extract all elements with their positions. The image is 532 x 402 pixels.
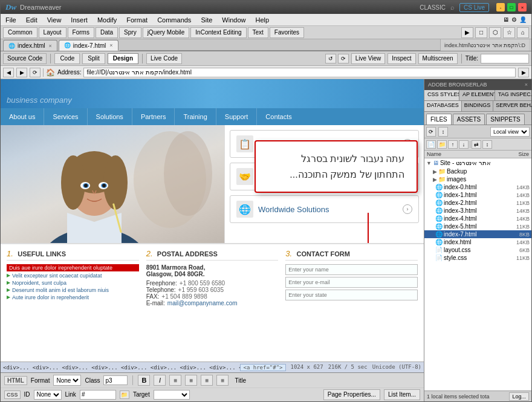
ap-element-tab[interactable]: AP ELEMENT (459, 90, 495, 100)
contact-email[interactable] (285, 277, 418, 288)
site-connect[interactable]: ↕ (438, 127, 448, 137)
assets-tab[interactable]: ASSETS (453, 114, 485, 125)
css-styles-tab[interactable]: CSS STYLES (424, 90, 459, 100)
live-code-btn[interactable]: Live Code (146, 53, 182, 64)
menu-view[interactable]: View (42, 15, 66, 25)
tb-icon-1[interactable]: ↺ (325, 54, 336, 63)
inspect-btn[interactable]: Inspect (388, 53, 415, 64)
tree-images[interactable]: ▶ 📁 images (424, 175, 531, 183)
format-select[interactable]: None (53, 375, 81, 386)
italic-btn[interactable]: I (154, 375, 166, 386)
align-center-btn[interactable]: ≡ (185, 375, 197, 386)
menu-commands[interactable]: Commands (152, 15, 196, 25)
multiscreen-btn[interactable]: Multiscreen (418, 53, 458, 64)
tree-file-index4[interactable]: 🌐 index-4.html 14KB (424, 215, 531, 222)
databases-tab[interactable]: DATABASES (424, 101, 462, 111)
local-view-select[interactable]: Local view (490, 127, 530, 137)
ft-download[interactable]: ↓ (459, 140, 469, 149)
server-behavior-tab[interactable]: SERVER BEHA... (493, 101, 531, 111)
win-close[interactable]: × (518, 3, 527, 11)
bindings-tab[interactable]: BINDINGS (462, 101, 494, 111)
class-input[interactable] (103, 375, 128, 385)
menu-window[interactable]: Window (217, 15, 250, 25)
tab-spry[interactable]: Spry (119, 27, 141, 38)
cs-live-btn[interactable]: CS Live (459, 3, 489, 12)
widget-worldwide[interactable]: 🌐 Worldwide Solutions › (230, 195, 419, 223)
icon-btn-4[interactable]: ☆ (503, 27, 515, 38)
log-btn[interactable]: Log... (509, 392, 529, 401)
align-right-btn[interactable]: ≡ (201, 375, 213, 386)
nav-partners[interactable]: Partners (132, 108, 175, 125)
tab-layout[interactable]: Layout (39, 27, 66, 38)
align-left-btn[interactable]: ≡ (169, 375, 181, 386)
target-select[interactable] (154, 390, 190, 400)
ft-new-folder[interactable]: 📁 (437, 140, 447, 149)
tree-file-index2[interactable]: 🌐 index-2.html 11KB (424, 199, 531, 207)
link-5[interactable]: ▶Aute irure dolor in reprehenderit (7, 294, 139, 300)
tab-favorites[interactable]: Favorites (270, 27, 304, 38)
tab-data[interactable]: Data (96, 27, 118, 38)
nav-solutions[interactable]: Solutions (88, 108, 132, 125)
icon-btn-2[interactable]: □ (475, 27, 487, 38)
tree-file-index5[interactable]: 🌐 index-5.html 11KB (424, 222, 531, 230)
file-tab-index7[interactable]: 🌐 index-7.html × (59, 40, 118, 51)
file-tab-index[interactable]: 🌐 index.html × (3, 40, 57, 51)
win-minimize[interactable]: - (496, 3, 505, 11)
tb-icon-2[interactable]: ⟳ (338, 54, 349, 63)
tree-file-index0[interactable]: 🌐 index-0.html 14KB (424, 183, 531, 191)
file-tab-index7-close[interactable]: × (109, 42, 112, 48)
code-btn[interactable]: Code (54, 53, 80, 64)
contact-state[interactable] (285, 290, 418, 300)
nav-refresh[interactable]: ⟳ (30, 68, 41, 77)
tree-backup[interactable]: ▶ 📁 Backup (424, 167, 531, 175)
ft-sync[interactable]: ⇄ (472, 140, 481, 149)
live-view-btn[interactable]: Live View (351, 53, 386, 64)
page-properties-btn[interactable]: Page Properties... (323, 389, 380, 400)
site-refresh[interactable]: ⟳ (426, 127, 436, 137)
nav-training[interactable]: Training (175, 108, 216, 125)
split-btn[interactable]: Split (82, 53, 105, 64)
tree-file-style[interactable]: 📄 style.css 11KB (424, 254, 531, 262)
link-browse[interactable]: 📁 (120, 391, 129, 399)
icon-btn-3[interactable]: ⬡ (489, 27, 501, 38)
link-2[interactable]: ▶Velit excepteur sint ocaecat cupidatat (7, 273, 139, 279)
menu-format[interactable]: Format (122, 15, 152, 25)
link-input[interactable] (80, 390, 116, 400)
bold-btn[interactable]: B (138, 375, 150, 386)
nav-contacts[interactable]: Contacts (257, 108, 300, 125)
nav-support[interactable]: Support (216, 108, 258, 125)
tab-text[interactable]: Text (248, 27, 268, 38)
address-input[interactable] (83, 68, 516, 77)
tree-root[interactable]: ▼ 🖥 Site - אתר אינטרנט (424, 158, 531, 167)
title-input[interactable] (481, 54, 529, 63)
file-tab-index-close[interactable]: × (49, 43, 52, 49)
tree-file-index3[interactable]: 🌐 index-3.html 14KB (424, 207, 531, 215)
snippets-tab[interactable]: SNIPPETS (486, 114, 524, 125)
link-4[interactable]: ▶Deserunt molit anim id est laborum niui… (7, 287, 139, 293)
adobe-close[interactable]: × (525, 82, 528, 88)
menu-site[interactable]: Site (196, 15, 217, 25)
tree-file-layout[interactable]: 📄 layout.css 6KB (424, 246, 531, 254)
nav-about[interactable]: About us (1, 108, 44, 125)
tab-common[interactable]: Common (3, 27, 37, 38)
tree-file-index[interactable]: 🌐 index.html 14KB (424, 238, 531, 246)
ft-upload[interactable]: ↑ (448, 140, 458, 149)
menu-help[interactable]: Help (250, 15, 274, 25)
tree-file-index1[interactable]: 🌐 index-1.html 14KB (424, 191, 531, 199)
menu-modify[interactable]: Modify (92, 15, 122, 25)
tag-inspect-tab[interactable]: TAG INSPEC... (495, 90, 531, 100)
design-btn[interactable]: Design (108, 53, 138, 64)
menu-file[interactable]: File (1, 15, 21, 25)
link-highlight[interactable]: Duis aue irure dolor ireprehenderit olup… (7, 264, 139, 271)
contact-name[interactable] (285, 264, 418, 275)
nav-forward[interactable]: ▶ (16, 68, 27, 77)
tab-incontext[interactable]: InContext Editing (190, 27, 246, 38)
nav-services[interactable]: Services (44, 108, 87, 125)
address-go[interactable]: ▶ (518, 68, 529, 77)
menu-edit[interactable]: Edit (21, 15, 42, 25)
list-item-btn[interactable]: List Item... (384, 389, 420, 400)
menu-insert[interactable]: Insert (66, 15, 92, 25)
win-maximize[interactable]: □ (507, 3, 516, 11)
icon-btn-1[interactable]: ▶ (461, 27, 473, 38)
source-code-btn[interactable]: Source Code (3, 53, 47, 64)
